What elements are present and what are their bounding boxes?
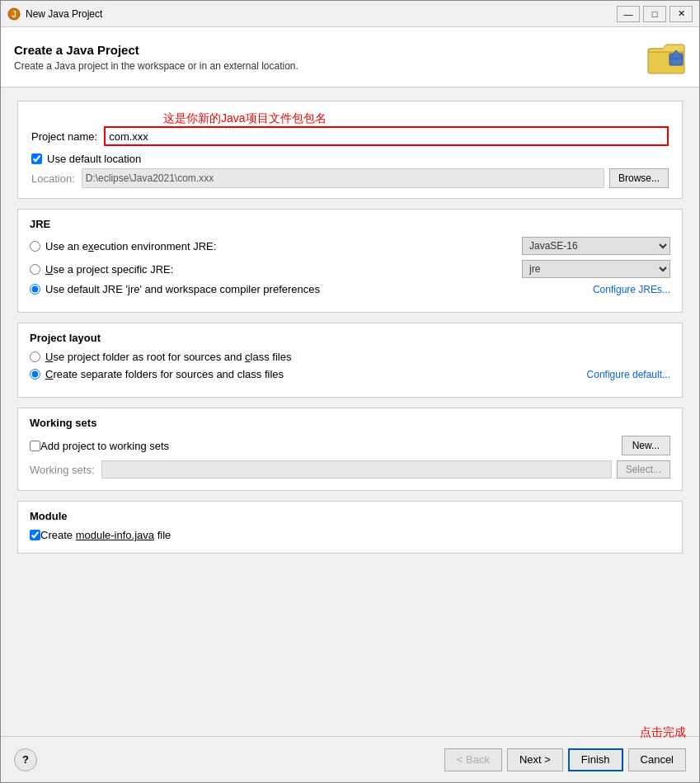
- project-layout-group: Project layout Use project folder as roo…: [17, 323, 683, 398]
- layout-option1-row: Use project folder as root for sources a…: [30, 351, 670, 363]
- jre-option1-select[interactable]: JavaSE-16: [522, 237, 670, 255]
- working-sets-label: Working sets: [30, 417, 670, 429]
- header-area: Create a Java Project Create a Java proj…: [1, 27, 699, 87]
- next-button[interactable]: Next >: [507, 748, 563, 771]
- create-module-info-checkbox[interactable]: [30, 530, 40, 540]
- use-default-checkbox[interactable]: [31, 153, 42, 164]
- header-subtitle: Create a Java project in the workspace o…: [14, 60, 298, 72]
- jre-group: JRE Use an execution environment JRE: Ja…: [17, 209, 683, 313]
- jre-option1-radio[interactable]: [30, 241, 40, 252]
- window-controls: — □ ✕: [617, 6, 693, 22]
- main-window: J New Java Project — □ ✕ Create a Java P…: [0, 0, 700, 783]
- location-row: Location: Browse...: [31, 168, 669, 188]
- module-section: Module Create module-info.java file: [17, 501, 683, 554]
- header-title: Create a Java Project: [14, 43, 298, 57]
- project-name-input[interactable]: [104, 126, 669, 146]
- project-name-row: Project name:: [31, 126, 669, 146]
- jre-option3-radio[interactable]: [30, 284, 40, 295]
- title-bar: J New Java Project — □ ✕: [1, 1, 699, 27]
- cancel-button[interactable]: Cancel: [628, 748, 686, 771]
- select-working-sets-button[interactable]: Select...: [617, 460, 670, 479]
- working-sets-field-label: Working sets:: [30, 464, 95, 476]
- working-sets-group: Working sets Add project to working sets…: [17, 408, 683, 491]
- working-sets-checkbox-row: Add project to working sets New...: [30, 436, 670, 455]
- minimize-button[interactable]: —: [617, 6, 640, 22]
- footer-area: ? 点击完成 < Back Next > Finish Cancel: [1, 736, 699, 782]
- module-group-label: Module: [30, 510, 670, 522]
- jre-option1-row: Use an execution environment JRE: JavaSE…: [30, 237, 670, 255]
- footer-right: 点击完成 < Back Next > Finish Cancel: [444, 748, 686, 771]
- configure-jres-link[interactable]: Configure JREs...: [593, 284, 670, 295]
- finish-annotation: 点击完成: [640, 725, 686, 740]
- window-title: New Java Project: [26, 8, 617, 20]
- content-area: 这是你新的Java项目文件包包名 Project name: Use defau…: [1, 87, 699, 736]
- layout-option2-row: Create separate folders for sources and …: [30, 368, 670, 380]
- jre-option3-label[interactable]: Use default JRE 'jre' and workspace comp…: [45, 283, 320, 295]
- location-label: Location:: [31, 172, 75, 185]
- location-input[interactable]: [82, 168, 604, 188]
- layout-option2-radio[interactable]: [30, 369, 40, 380]
- layout-option1-label[interactable]: Use project folder as root for sources a…: [45, 351, 670, 363]
- layout-option1-radio[interactable]: [30, 351, 40, 362]
- jre-option3-row: Use default JRE 'jre' and workspace comp…: [30, 283, 670, 295]
- project-name-annotation: 这是你新的Java项目文件包包名: [163, 111, 327, 126]
- configure-default-link[interactable]: Configure default...: [587, 369, 670, 380]
- finish-button[interactable]: Finish: [568, 748, 623, 771]
- jre-group-label: JRE: [30, 218, 670, 230]
- jre-option2-select[interactable]: jre: [522, 260, 670, 278]
- use-default-label[interactable]: Use default location: [47, 153, 141, 165]
- jre-option2-row: Use a project specific JRE: jre: [30, 260, 670, 278]
- jre-option2-label[interactable]: Use a project specific JRE:: [45, 263, 522, 276]
- header-text: Create a Java Project Create a Java proj…: [14, 43, 298, 72]
- use-default-location-row: Use default location: [31, 153, 669, 165]
- project-layout-label: Project layout: [30, 332, 670, 344]
- working-sets-input-row: Working sets: Select...: [30, 460, 670, 479]
- project-name-section: 这是你新的Java项目文件包包名 Project name: Use defau…: [17, 101, 683, 199]
- svg-text:J: J: [12, 10, 16, 19]
- jre-option1-label[interactable]: Use an execution environment JRE:: [45, 240, 522, 252]
- working-sets-left: Add project to working sets: [30, 440, 169, 452]
- working-sets-input[interactable]: [101, 460, 612, 479]
- browse-button[interactable]: Browse...: [609, 168, 669, 188]
- layout-option2-label[interactable]: Create separate folders for sources and …: [45, 368, 284, 380]
- jre-option2-radio[interactable]: [30, 264, 40, 275]
- add-to-working-sets-checkbox[interactable]: [30, 441, 40, 451]
- new-working-set-button[interactable]: New...: [622, 436, 670, 455]
- create-module-info-label[interactable]: Create module-info.java file: [40, 529, 171, 541]
- back-button[interactable]: < Back: [444, 748, 502, 771]
- header-icon: [646, 37, 686, 77]
- footer-left: ?: [14, 748, 37, 771]
- window-icon: J: [7, 7, 21, 21]
- help-button[interactable]: ?: [14, 748, 37, 771]
- close-button[interactable]: ✕: [669, 6, 693, 22]
- add-to-working-sets-label[interactable]: Add project to working sets: [40, 440, 169, 452]
- project-name-label: Project name:: [31, 130, 97, 143]
- maximize-button[interactable]: □: [643, 6, 666, 22]
